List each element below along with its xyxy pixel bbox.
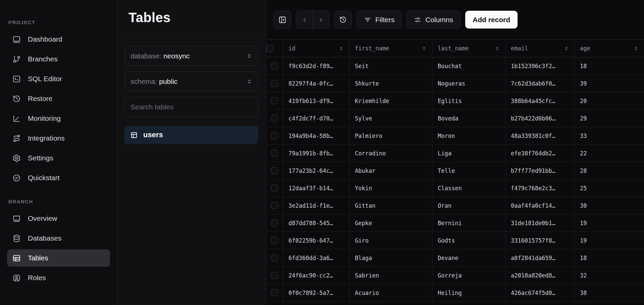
previous-page-button[interactable] [296, 11, 313, 28]
refresh-history-button[interactable] [334, 11, 352, 29]
cell-age[interactable]: 19 [575, 232, 644, 249]
cell-last_name[interactable]: Liga [432, 145, 505, 162]
row-checkbox[interactable] [271, 219, 278, 226]
cell-id[interactable]: c4f2dc7f-d70… [283, 110, 350, 127]
cell-last_name[interactable]: Classen [432, 180, 505, 197]
cell-email[interactable]: 0aaf4fa0cf14… [505, 197, 575, 214]
row-checkbox[interactable] [271, 62, 278, 69]
cell-email[interactable]: 7c62d3dab6f0… [505, 75, 575, 92]
search-tables-input[interactable] [124, 97, 258, 117]
cell-last_name[interactable]: Heiling [432, 284, 505, 301]
cell-id[interactable]: 79a1991b-8fb… [283, 145, 350, 162]
cell-id[interactable]: 177a23b2-64c… [283, 162, 350, 179]
cell-first_name[interactable]: Kriemhilde [350, 92, 432, 109]
cell-last_name[interactable]: Gorreja [432, 267, 505, 284]
cell-last_name[interactable]: Moron [432, 127, 505, 144]
row-checkbox[interactable] [271, 202, 278, 209]
cell-age[interactable]: 33 [575, 127, 644, 144]
cell-id[interactable]: 12daaf3f-b14… [283, 180, 350, 197]
cell-first_name[interactable]: Yokin [350, 180, 432, 197]
cell-id[interactable]: 0f0c7892-5a7… [283, 284, 350, 301]
row-checkbox[interactable] [271, 115, 278, 122]
cell-last_name[interactable]: Godts [432, 232, 505, 249]
cell-last_name[interactable]: Devane [432, 249, 505, 266]
cell-first_name[interactable]: Giro [350, 232, 432, 249]
cell-first_name[interactable]: Gittan [350, 197, 432, 214]
cell-age[interactable]: 18 [575, 57, 644, 74]
cell-first_name[interactable]: Seit [350, 57, 432, 74]
column-header-first_name[interactable]: first_name [350, 40, 432, 57]
row-checkbox[interactable] [271, 80, 278, 87]
cell-last_name[interactable]: Oran [432, 197, 505, 214]
cell-last_name[interactable]: Bernini [432, 214, 505, 232]
cell-last_name[interactable]: Eglitis [432, 92, 505, 109]
row-checkbox[interactable] [271, 132, 278, 139]
cell-email[interactable]: a8f2841da659… [505, 249, 575, 266]
column-header-id[interactable]: id [283, 40, 350, 57]
row-checkbox[interactable] [271, 272, 278, 279]
cell-email[interactable]: f479c768e2c3… [505, 180, 575, 197]
cell-age[interactable]: 20 [575, 92, 644, 109]
cell-id[interactable] [283, 302, 350, 305]
cell-id[interactable]: 82297f4a-0fc… [283, 75, 350, 92]
cell-age[interactable]: 18 [575, 249, 644, 266]
row-checkbox[interactable] [271, 289, 278, 296]
cell-id[interactable]: 194a9b4a-58b… [283, 127, 350, 144]
filters-button[interactable]: Filters [357, 11, 402, 29]
cell-id[interactable]: f9c63d2d-f89… [283, 57, 350, 74]
add-record-button[interactable]: Add record [465, 11, 518, 29]
sidebar-item-tables[interactable]: Tables [7, 249, 110, 267]
cell-email[interactable]: b7ff77ed91bb… [505, 162, 575, 179]
cell-age[interactable] [575, 302, 644, 305]
cell-email[interactable]: 1b152396c3f2… [505, 57, 575, 74]
column-header-email[interactable]: email [505, 40, 575, 57]
cell-email[interactable]: 388b64a45cfc… [505, 92, 575, 109]
sidebar-item-databases[interactable]: Databases [7, 230, 110, 247]
cell-age[interactable]: 28 [575, 162, 644, 179]
column-header-age[interactable]: age [575, 40, 644, 57]
cell-age[interactable]: 29 [575, 110, 644, 127]
cell-email[interactable]: a2018a820ed8… [505, 267, 575, 284]
cell-id[interactable]: d87dd788-545… [283, 214, 350, 232]
sidebar-item-branches[interactable]: Branches [7, 50, 110, 68]
cell-first_name[interactable]: Gepke [350, 214, 432, 232]
cell-first_name[interactable]: Abukar [350, 162, 432, 179]
sidebar-item-settings[interactable]: Settings [7, 149, 110, 167]
sidebar-item-monitoring[interactable]: Monitoring [7, 110, 110, 127]
cell-age[interactable]: 22 [575, 145, 644, 162]
cell-email[interactable]: efe38f764db2… [505, 145, 575, 162]
columns-button[interactable]: Columns [407, 11, 461, 29]
sidebar-item-sql-editor[interactable]: SQL Editor [7, 70, 110, 88]
row-checkbox[interactable] [271, 237, 278, 244]
cell-last_name[interactable]: Nogueras [432, 75, 505, 92]
cell-email[interactable]: 426ac674f5d0… [505, 284, 575, 301]
schema-select[interactable]: schema: public [124, 71, 258, 91]
sidebar-item-restore[interactable]: Restore [7, 90, 110, 107]
row-checkbox[interactable] [271, 254, 278, 261]
cell-id[interactable]: 24f6ac90-cc2… [283, 267, 350, 284]
cell-email[interactable]: b27b422d6b06… [505, 110, 575, 127]
cell-last_name[interactable]: Bouchat [432, 57, 505, 74]
collapse-panel-button[interactable] [273, 11, 291, 29]
row-checkbox[interactable] [271, 167, 278, 174]
select-all-checkbox[interactable] [266, 45, 273, 52]
row-checkbox[interactable] [271, 185, 278, 192]
cell-first_name[interactable]: Corradino [350, 145, 432, 162]
sidebar-item-quickstart[interactable]: Quickstart [7, 169, 110, 187]
cell-first_name[interactable]: Sabrien [350, 267, 432, 284]
cell-age[interactable]: 25 [575, 180, 644, 197]
cell-email[interactable]: 3316015757f8… [505, 232, 575, 249]
cell-first_name[interactable]: Shkurte [350, 75, 432, 92]
cell-last_name[interactable]: Boveda [432, 110, 505, 127]
cell-age[interactable]: 30 [575, 197, 644, 214]
cell-first_name[interactable]: Palmiero [350, 127, 432, 144]
sidebar-item-roles[interactable]: Roles [7, 269, 110, 287]
row-checkbox[interactable] [271, 97, 278, 104]
next-page-button[interactable] [313, 11, 329, 28]
cell-email[interactable]: 31de181de0b1… [505, 214, 575, 232]
table-list-item-users[interactable]: users [124, 126, 258, 144]
cell-first_name[interactable] [350, 302, 432, 305]
cell-id[interactable]: 6f02259b-647… [283, 232, 350, 249]
cell-age[interactable]: 19 [575, 214, 644, 232]
cell-first_name[interactable]: Blaga [350, 249, 432, 266]
